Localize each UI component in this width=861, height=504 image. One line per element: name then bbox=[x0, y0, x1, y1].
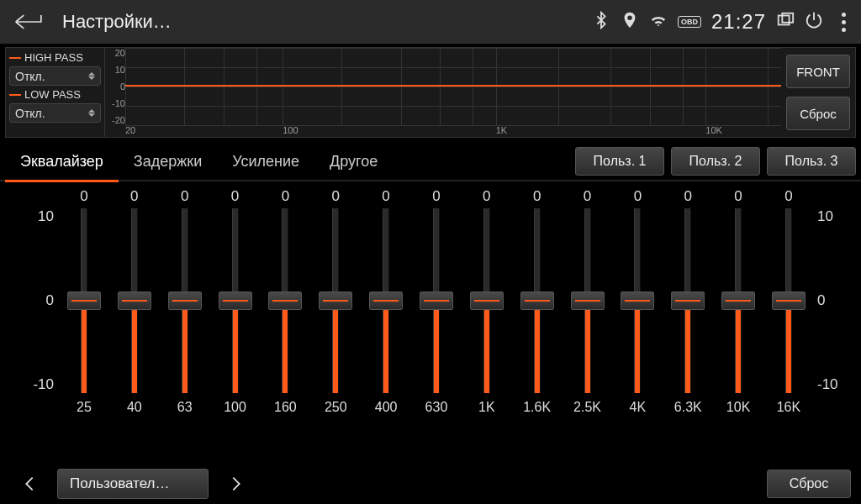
eq-band-freq: 63 bbox=[160, 400, 210, 415]
kebab-menu-icon[interactable] bbox=[833, 9, 854, 35]
eq-band-value: 0 bbox=[210, 188, 261, 205]
filter-reset-button[interactable]: Сброс bbox=[786, 97, 850, 130]
filter-controls: HIGH PASS Откл. LOW PASS Откл. bbox=[6, 48, 105, 137]
filter-panel: HIGH PASS Откл. LOW PASS Откл. 20 10 0 -… bbox=[5, 47, 856, 138]
eq-band-freq: 1.6K bbox=[512, 400, 563, 415]
eq-band-value: 0 bbox=[411, 188, 462, 205]
eq-values-row: 000000000000000 bbox=[10, 188, 851, 205]
bottom-bar: Пользовател… Сброс bbox=[0, 464, 861, 504]
equalizer: 000000000000000 100-10 100-10 2540631001… bbox=[0, 181, 861, 464]
profile-select[interactable]: Пользовател… bbox=[57, 469, 209, 499]
front-button[interactable]: FRONT bbox=[786, 55, 850, 88]
gps-icon bbox=[621, 11, 639, 33]
eq-band-slider[interactable] bbox=[612, 208, 663, 393]
page-title: Настройки… bbox=[62, 11, 172, 33]
graph-x-axis: 20 100 1K 10K bbox=[125, 125, 781, 137]
svg-rect-1 bbox=[782, 13, 793, 23]
eq-band-value: 0 bbox=[310, 188, 361, 205]
svg-rect-0 bbox=[779, 16, 790, 25]
profile-prev-button[interactable] bbox=[10, 469, 49, 499]
eq-band-value: 0 bbox=[109, 188, 160, 205]
tab-equalizer[interactable]: Эквалайзер bbox=[5, 142, 119, 181]
eq-band-value: 0 bbox=[260, 188, 310, 205]
eq-band-slider[interactable] bbox=[563, 208, 613, 393]
eq-sliders: 100-10 100-10 bbox=[10, 208, 851, 393]
eq-band-freq: 4K bbox=[612, 400, 663, 415]
eq-band-slider[interactable] bbox=[310, 208, 361, 393]
eq-band-freq: 100 bbox=[210, 400, 261, 415]
eq-band-slider[interactable] bbox=[361, 208, 411, 393]
eq-band-value: 0 bbox=[713, 188, 763, 205]
eq-band-freq: 16K bbox=[763, 400, 814, 415]
obd-icon: OBD bbox=[678, 16, 701, 28]
eq-scale-left: 100-10 bbox=[17, 208, 54, 393]
back-button[interactable] bbox=[7, 6, 49, 38]
eq-scale-right: 100-10 bbox=[817, 208, 851, 393]
eq-reset-button[interactable]: Сброс bbox=[767, 470, 851, 498]
status-icons: OBD 21:27 bbox=[592, 9, 854, 35]
eq-band-freq: 160 bbox=[260, 400, 310, 415]
lowpass-select[interactable]: Откл. bbox=[9, 103, 101, 123]
statusbar: Настройки… OBD 21:27 bbox=[0, 0, 861, 44]
eq-band-slider[interactable] bbox=[663, 208, 713, 393]
eq-band-slider[interactable] bbox=[763, 208, 814, 393]
eq-band-value: 0 bbox=[512, 188, 563, 205]
eq-band-slider[interactable] bbox=[713, 208, 763, 393]
eq-band-value: 0 bbox=[462, 188, 512, 205]
lowpass-label: LOW PASS bbox=[9, 88, 101, 101]
eq-band-slider[interactable] bbox=[260, 208, 310, 393]
eq-band-slider[interactable] bbox=[462, 208, 512, 393]
clock: 21:27 bbox=[711, 10, 766, 34]
eq-band-freq: 6.3K bbox=[663, 400, 713, 415]
eq-band-value: 0 bbox=[563, 188, 613, 205]
eq-band-value: 0 bbox=[663, 188, 713, 205]
profile-next-button[interactable] bbox=[217, 469, 256, 499]
preset-3-button[interactable]: Польз. 3 bbox=[767, 147, 856, 176]
filter-curve bbox=[125, 85, 781, 87]
eq-band-slider[interactable] bbox=[160, 208, 210, 393]
tab-delays[interactable]: Задержки bbox=[119, 142, 217, 181]
eq-band-value: 0 bbox=[160, 188, 210, 205]
power-icon[interactable] bbox=[805, 11, 823, 33]
eq-band-freq: 630 bbox=[411, 400, 462, 415]
graph-y-axis: 20 10 0 -10 -20 bbox=[107, 48, 125, 125]
highpass-select[interactable]: Откл. bbox=[9, 66, 101, 86]
eq-band-slider[interactable] bbox=[59, 208, 109, 393]
preset-2-button[interactable]: Польз. 2 bbox=[671, 147, 760, 176]
filter-graph: 20 10 0 -10 -20 20 100 1K 10K bbox=[105, 48, 781, 137]
bluetooth-icon bbox=[592, 11, 610, 33]
eq-band-value: 0 bbox=[612, 188, 663, 205]
tab-other[interactable]: Другое bbox=[314, 142, 393, 181]
eq-band-freq: 250 bbox=[310, 400, 361, 415]
eq-band-slider[interactable] bbox=[109, 208, 160, 393]
eq-band-freq: 1K bbox=[462, 400, 512, 415]
eq-band-slider[interactable] bbox=[512, 208, 563, 393]
eq-band-freq: 25 bbox=[59, 400, 109, 415]
eq-freqs-row: 2540631001602504006301K1.6K2.5K4K6.3K10K… bbox=[10, 400, 851, 415]
tab-gain[interactable]: Усиление bbox=[217, 142, 314, 181]
eq-band-freq: 10K bbox=[713, 400, 763, 415]
eq-band-freq: 2.5K bbox=[563, 400, 613, 415]
window-icon[interactable] bbox=[776, 11, 795, 33]
highpass-label: HIGH PASS bbox=[9, 51, 101, 64]
eq-band-value: 0 bbox=[59, 188, 109, 205]
eq-band-slider[interactable] bbox=[210, 208, 261, 393]
wifi-icon bbox=[649, 11, 668, 33]
preset-1-button[interactable]: Польз. 1 bbox=[575, 147, 664, 176]
eq-band-freq: 40 bbox=[109, 400, 160, 415]
filter-actions: FRONT Сброс bbox=[781, 48, 855, 137]
eq-band-value: 0 bbox=[763, 188, 814, 205]
eq-band-freq: 400 bbox=[361, 400, 411, 415]
eq-band-value: 0 bbox=[361, 188, 411, 205]
eq-band-slider[interactable] bbox=[411, 208, 462, 393]
tabs: Эквалайзер Задержки Усиление Другое Поль… bbox=[0, 143, 861, 181]
